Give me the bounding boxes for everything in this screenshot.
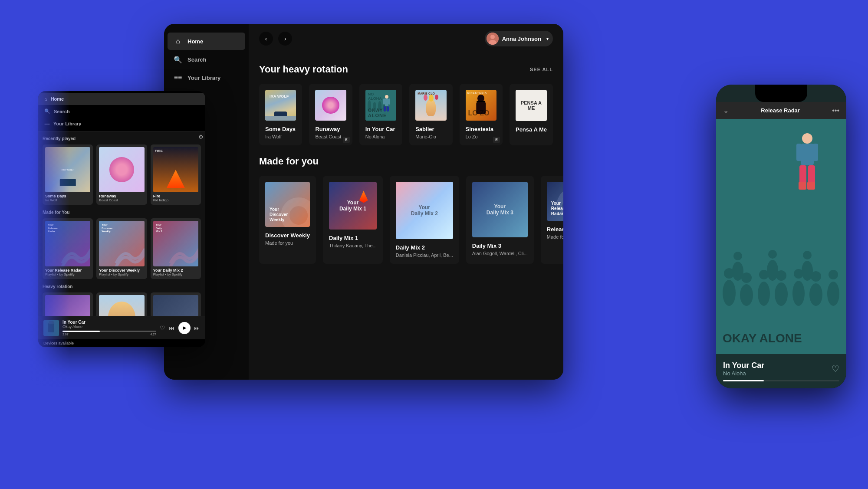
- lo-zo-label: LO ZO: [468, 109, 490, 117]
- heavy-rotation-header: Your heavy rotation SEE ALL: [259, 64, 553, 75]
- svg-point-9: [723, 280, 736, 306]
- card-in-your-car[interactable]: NOALOHA: [359, 84, 402, 145]
- phone-track-info: In Your Car No Aloha ♡: [716, 354, 846, 388]
- dt-player-artist: Okay Alone: [62, 325, 156, 329]
- card-subtitle-daily2: Daniela Picciau, April, Be...: [396, 253, 453, 258]
- discover-weekly-label: YourDiscoverWeekly: [102, 223, 112, 233]
- card-pensa[interactable]: PENSA A ME Pensa A Me: [510, 84, 553, 145]
- svg-point-17: [792, 281, 805, 306]
- dt-card-title-fire: Fire: [153, 194, 198, 198]
- made-for-you-grid: YourDiscoverWeekly Discover Weekly Made …: [259, 176, 553, 264]
- card-runaway[interactable]: Runaway Beast Coast E: [309, 84, 352, 145]
- card-title-discover: Discover Weekly: [265, 232, 310, 239]
- card-img-discover: YourDiscoverWeekly: [265, 182, 310, 226]
- back-icon: ‹: [265, 35, 267, 42]
- svg-rect-4: [385, 98, 388, 106]
- heart-icon-phone[interactable]: ♡: [832, 364, 839, 374]
- phone-mini-bar: ⌄ Release Radar •••: [716, 102, 846, 119]
- card-release[interactable]: YourReleaseRadar Release Radar Made for …: [541, 176, 563, 264]
- phone-progress-bar: [723, 380, 764, 381]
- prev-button[interactable]: ⏮: [169, 325, 175, 331]
- svg-rect-35: [799, 182, 806, 190]
- no-aloha-text: NOALOHA: [368, 92, 382, 101]
- card-subtitle-in-your-car: No Aloha: [365, 134, 396, 139]
- scroll-area[interactable]: Your heavy rotation SEE ALL IRA WOLF: [249, 53, 563, 380]
- dt-player-progress: [62, 331, 156, 332]
- dt-card-fire[interactable]: FIRE Fire Kid Indigo: [151, 144, 201, 205]
- card-daily3[interactable]: YourDaily Mix 3 Daily Mix 3 Alan Gogoll,…: [466, 176, 534, 264]
- heavy-rotation-title: Your heavy rotation: [259, 64, 348, 75]
- dt-player-controls: ⏮ ▶ ⏭: [169, 322, 200, 334]
- heavy-rotation-grid: IRA WOLF Some Days Ira Wolf: [259, 84, 553, 145]
- card-title-in-your-car: In Your Car: [365, 126, 396, 132]
- card-img-daily3: YourDaily Mix 3: [472, 182, 528, 237]
- dt-mfy-2[interactable]: YourDiscoverWeekly Your Discover Weekly …: [96, 218, 147, 279]
- wave-svg-3: [167, 234, 198, 266]
- card-title-release: Release Radar: [547, 226, 563, 233]
- play-button[interactable]: ▶: [178, 322, 191, 334]
- card-daily2[interactable]: YourDaily Mix 2 Daily Mix 2 Daniela Picc…: [390, 176, 459, 264]
- phone-track-artist: No Aloha: [723, 370, 764, 377]
- settings-icon[interactable]: ⚙: [198, 134, 204, 140]
- explicit-badge-runaway: E: [343, 137, 350, 143]
- home-icon: ⌂: [174, 37, 182, 46]
- card-img-pensa: PENSA A ME: [516, 90, 547, 121]
- card-some-days[interactable]: IRA WOLF Some Days Ira Wolf: [259, 84, 302, 145]
- svg-rect-32: [813, 144, 818, 161]
- sidebar-item-search[interactable]: 🔍 Search: [168, 51, 245, 68]
- heart-icon[interactable]: ♡: [160, 325, 165, 331]
- card-title-daily2: Daily Mix 2: [396, 244, 453, 251]
- back-arrow[interactable]: ‹: [259, 32, 273, 46]
- svg-point-1: [490, 35, 495, 39]
- track-text-wrap: In Your Car No Aloha: [723, 361, 764, 377]
- see-all-heavy[interactable]: SEE ALL: [530, 67, 553, 72]
- dt-mfy-title-3: Your Daily Mix 2: [153, 268, 198, 272]
- card-daily1[interactable]: YourDaily Mix 1 Daily Mix 1 Thifany Kaua…: [323, 176, 383, 264]
- card-discover[interactable]: YourDiscoverWeekly Discover Weekly Made …: [259, 176, 316, 264]
- dt-hr-3[interactable]: Be Happy Gene Evans Jr.: [151, 292, 201, 316]
- dt-hr-img-3: [153, 295, 198, 316]
- tablet-inner: ⌂ Home 🔍 Search ≡≡ Your Library ‹: [164, 24, 563, 380]
- chevron-down-icon-phone[interactable]: ⌄: [723, 106, 729, 115]
- dt-heart-wrap: ♡: [160, 325, 165, 331]
- svg-point-23: [732, 262, 743, 281]
- svg-point-29: [802, 133, 812, 144]
- card-sinestesia[interactable]: SINESTESIA LO ZO Sinestesia: [460, 84, 503, 145]
- card-title-some-days: Some Days: [265, 126, 296, 132]
- main-content: ‹ › Anna Johnson ▾: [249, 24, 563, 380]
- dt-card-runaway[interactable]: Runaway Beast Coast: [96, 144, 147, 205]
- card-img-sinestesia: SINESTESIA LO ZO: [466, 90, 496, 121]
- main-tablet: ⌂ Home 🔍 Search ≡≡ Your Library ‹: [164, 24, 563, 380]
- dt-hr-img-2: [99, 295, 144, 316]
- phone-track-title: In Your Car: [723, 361, 764, 370]
- card-subtitle-daily3: Alan Gogoll, Wardell, Cli...: [472, 251, 528, 256]
- card-img-daily2: YourDaily Mix 2: [396, 182, 453, 239]
- card-sablier[interactable]: MARIE-CLO: [409, 84, 452, 145]
- card-img-some-days: IRA WOLF: [265, 90, 296, 121]
- dt-time-total: 4:27: [150, 333, 156, 336]
- explicit-badge-sinestesia: E: [493, 137, 500, 143]
- sidebar-search-label: Search: [187, 56, 206, 63]
- next-button[interactable]: ⏭: [194, 325, 200, 331]
- pensa-text: PENSA A ME: [516, 98, 547, 113]
- sidebar-item-library[interactable]: ≡≡ Your Library: [168, 69, 245, 86]
- daily-mix-2-label: YourDailyMix 2: [156, 223, 162, 233]
- card-subtitle-sinestesia: Lo Zo: [466, 134, 496, 139]
- card-subtitle-discover: Made for you: [265, 240, 310, 246]
- release-text: YourReleaseRadar: [551, 201, 563, 217]
- track-header: In Your Car No Aloha ♡: [723, 361, 839, 377]
- dt-hr-2[interactable]: Sablier Marie-Clo: [96, 292, 147, 316]
- dt-mfy-sub-2: Playlist • by Spotify: [99, 272, 144, 276]
- user-info[interactable]: Anna Johnson ▾: [485, 31, 553, 46]
- forward-arrow[interactable]: ›: [278, 32, 292, 46]
- card-subtitle-release: Made for you: [547, 234, 563, 240]
- more-options-icon[interactable]: •••: [832, 107, 839, 115]
- svg-point-21: [827, 282, 839, 306]
- user-avatar: [487, 33, 499, 45]
- dt-mfy-sub-3: Playlist • by Spotify: [153, 272, 198, 276]
- library-icon: ≡≡: [174, 73, 182, 82]
- sidebar-item-home[interactable]: ⌂ Home: [168, 33, 245, 50]
- card-img-daily1: YourDaily Mix 1: [329, 182, 377, 230]
- dt-player-track: In Your Car: [62, 320, 156, 325]
- dt-mfy-3[interactable]: YourDailyMix 2 Your Daily Mix 2 Playlist…: [151, 218, 201, 279]
